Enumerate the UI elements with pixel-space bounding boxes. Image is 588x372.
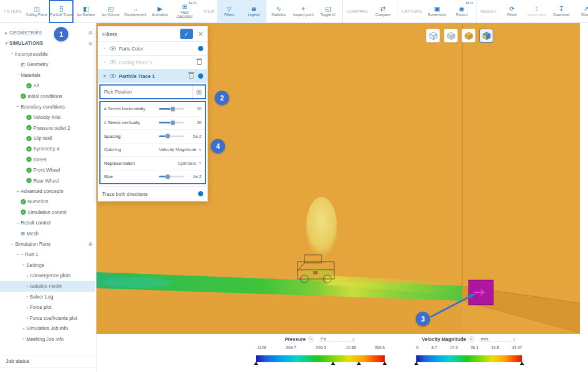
sidebar-item-settings[interactable]: +Settings [0, 260, 95, 270]
range-marker[interactable] [254, 362, 258, 365]
slider-knob[interactable] [165, 133, 171, 139]
add-icon[interactable]: ⊕ [88, 241, 92, 247]
sidebar-item-simulations[interactable]: ▾SIMULATIONS⊕ [0, 38, 95, 48]
filter-row-particle-trace-1[interactable]: ▾Particle Trace 1 [98, 69, 207, 83]
expander-icon[interactable]: − [15, 72, 21, 78]
iso-volume-button[interactable]: ◰Iso Volume [98, 0, 123, 23]
reset-button[interactable]: ⟳Reset [500, 0, 524, 23]
sidebar-item-meshing-job-info[interactable]: +Meshing Job Info [0, 334, 95, 344]
param-slider[interactable] [159, 176, 184, 177]
pick-position-row[interactable]: Pick Position ◎ [99, 84, 206, 99]
legend-unit-select[interactable]: m/s∨ [480, 336, 517, 342]
range-marker[interactable] [357, 362, 361, 365]
close-panel-icon[interactable]: ✕ [198, 30, 203, 38]
sidebar-item-solver-log[interactable]: •Solver Log [0, 292, 95, 302]
sidebar-item-materials[interactable]: −Materials [0, 70, 95, 80]
sidebar-item-pressure-outlet-2[interactable]: ✓Pressure outlet 2 [0, 123, 95, 133]
sidebar-item-air[interactable]: ✓Air [0, 80, 95, 91]
range-marker[interactable] [414, 362, 419, 365]
delete-filter-icon[interactable] [197, 60, 202, 65]
sidebar-item-mesh[interactable]: ▦Mesh [0, 228, 95, 238]
sidebar-item-force-coefficients-plot[interactable]: •Force coefficients plot [0, 313, 95, 323]
visibility-eye-icon[interactable] [110, 60, 116, 64]
field-calculator-button[interactable]: BETA⊞Field Calculator [172, 0, 197, 23]
expander-icon[interactable]: + [21, 336, 26, 342]
delete-filter-icon[interactable] [189, 73, 194, 79]
record-button[interactable]: BETA◉Record [450, 0, 474, 23]
param-slider[interactable] [159, 135, 184, 137]
sidebar-item-numerics[interactable]: ✓Numerics [0, 196, 95, 207]
filter-enabled-toggle[interactable] [198, 46, 203, 51]
sidebar-item-force-plot[interactable]: •Force plot [0, 302, 95, 312]
compare-button[interactable]: ⇄Compare [370, 0, 395, 23]
import-view-button[interactable]: ↥Import view [524, 0, 549, 23]
sidebar-item-street[interactable]: ✓Street [0, 154, 95, 165]
sidebar-item-solution-fields[interactable]: •Solution Fields [0, 281, 95, 291]
filter-row-cutting-plane-1[interactable]: ›Cutting Plane 1 [98, 55, 207, 69]
sidebar-item-simulation-runs[interactable]: −Simulation Runs⊕ [0, 239, 95, 249]
statistics-button[interactable]: ∿Statistics [266, 0, 291, 23]
slider-knob[interactable] [170, 120, 176, 126]
filters-button[interactable]: ▽Filters [217, 0, 242, 23]
sidebar-item-initial-conditions[interactable]: ✓Initial conditions [0, 91, 95, 101]
view-orientation-1-button[interactable] [426, 29, 440, 42]
range-marker[interactable] [331, 362, 335, 365]
sidebar-item-simulation-control[interactable]: ✓Simulation control [0, 207, 95, 218]
sidebar-item-slip-wall[interactable]: ✓Slip Wall [0, 133, 95, 144]
cutting-plane-button[interactable]: ◫Cutting Plane [24, 0, 49, 23]
param-slider[interactable] [159, 122, 184, 123]
param-dropdown[interactable]: Velocity Magnitude∨ [158, 147, 202, 152]
expander-icon[interactable]: ▸ [3, 30, 9, 36]
sidebar-item-front-wheel[interactable]: ✓Front Wheel [0, 165, 95, 175]
filter-enabled-toggle[interactable] [198, 73, 203, 79]
add-icon[interactable]: ⊕ [88, 30, 92, 36]
expander-icon[interactable]: − [9, 51, 15, 56]
sidebar-item-rear-wheel[interactable]: ✓Rear Wheel [0, 175, 95, 185]
legend-close-icon[interactable]: ✕ [308, 336, 314, 342]
sidebar-item-incompressible[interactable]: −Incompressible [0, 49, 95, 59]
sidebar-item-advanced-concepts[interactable]: +Advanced concepts [0, 186, 95, 196]
pick-position-target-icon[interactable]: ◎ [192, 86, 205, 98]
animation-button[interactable]: ▶Animation [148, 0, 172, 23]
sidebar-item-result-control[interactable]: +Result control [0, 218, 95, 228]
slider-knob[interactable] [170, 106, 176, 112]
job-status-bar[interactable]: Job status [0, 355, 96, 367]
sidebar-item-boundary-conditions[interactable]: −Boundary conditions [0, 102, 95, 112]
toggle-ui-button[interactable]: ◱Toggle UI [316, 0, 341, 23]
sidebar-item-geometry[interactable]: ◩Geometry [0, 59, 95, 69]
sidebar-item-symmetry-4[interactable]: ✓Symmetry 4 [0, 144, 95, 154]
visibility-eye-icon[interactable] [110, 74, 116, 78]
sidebar-item-simulation-job-info[interactable]: +Simulation Job Info [0, 323, 95, 334]
expander-icon[interactable]: − [15, 104, 21, 109]
iso-surface-button[interactable]: ◧Iso Surface [74, 0, 98, 23]
share-button[interactable]: ↗Share [574, 0, 588, 23]
expander-icon[interactable]: + [21, 262, 26, 268]
expander-icon[interactable]: − [9, 242, 15, 247]
apply-filters-button[interactable]: ✓ [180, 29, 193, 39]
param-dropdown[interactable]: Cylinders∨ [177, 161, 202, 166]
filter-row-parts-color[interactable]: ›Parts Color [98, 41, 207, 55]
expander-icon[interactable]: + [15, 220, 21, 226]
visibility-eye-icon[interactable] [110, 46, 116, 51]
expander-icon[interactable]: + [21, 326, 26, 331]
trace-both-directions-toggle[interactable] [198, 191, 203, 196]
add-icon[interactable]: ⊕ [88, 41, 92, 46]
range-marker[interactable] [382, 362, 387, 365]
view-orientation-4-button[interactable] [479, 29, 493, 42]
expander-icon[interactable]: ▾ [3, 41, 9, 46]
param-slider[interactable] [159, 108, 184, 110]
sidebar-item-geometries[interactable]: ▸GEOMETRIES⊕ [0, 28, 95, 38]
legend-close-icon[interactable]: ✕ [469, 336, 474, 342]
screenshot-button[interactable]: ▣Screenshot [425, 0, 450, 23]
range-marker[interactable] [520, 362, 524, 365]
legend-unit-select[interactable]: Pa∨ [319, 336, 356, 342]
slider-knob[interactable] [165, 174, 171, 180]
expander-icon[interactable]: + [15, 189, 21, 194]
view-orientation-2-button[interactable] [444, 29, 458, 42]
view-orientation-3-button[interactable] [462, 29, 475, 42]
particle-seed-marker[interactable] [469, 280, 493, 305]
legend-button[interactable]: ≣Legend [242, 0, 266, 23]
sidebar-item-convergence-plots[interactable]: •Convergence plots [0, 270, 95, 281]
particle-trace-button[interactable]: ⣿Particle Trace [49, 0, 74, 23]
download-button[interactable]: ↧Download [549, 0, 574, 23]
